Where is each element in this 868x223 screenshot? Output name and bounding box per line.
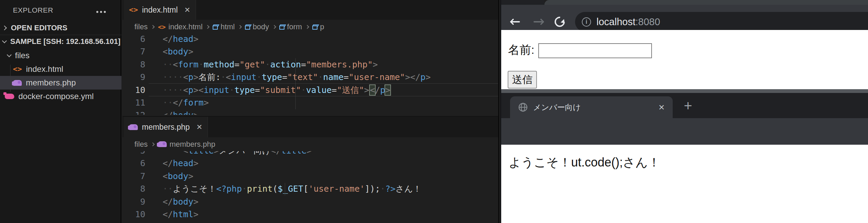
- file-tree: filesindex.htmlmembers.phpdocker-compose…: [0, 49, 121, 103]
- reload-icon[interactable]: [553, 15, 567, 29]
- code-token: >: [203, 98, 209, 108]
- code-token: ··: [163, 60, 173, 69]
- open-editors-section[interactable]: OPEN EDITORS: [0, 21, 121, 34]
- code-token: );: [370, 184, 380, 194]
- breadcrumb-label: html: [220, 22, 235, 31]
- code-token: input: [231, 72, 257, 82]
- close-icon[interactable]: [184, 6, 190, 13]
- breadcrumb-separator-icon: [305, 25, 309, 29]
- code-line-6[interactable]: 6</head>: [122, 157, 498, 170]
- code-editor-members-php[interactable]: 5····<title>メンバー向け</title>6</head>7<body…: [122, 144, 498, 223]
- code-token: <: [226, 72, 231, 82]
- code-token: [: [303, 184, 308, 194]
- code-line-8[interactable]: 8··<form·method="get"·action="members.ph…: [122, 58, 498, 71]
- submit-button[interactable]: 送信: [508, 71, 537, 89]
- code-token: ようこそ！: [173, 184, 216, 194]
- tree-item-docker-compose-yml[interactable]: docker-compose.yml: [0, 90, 121, 103]
- tree-item-index-html[interactable]: index.html: [0, 62, 121, 76]
- code-line-11[interactable]: 11··</form>: [122, 96, 498, 109]
- breadcrumb-label: files: [134, 140, 148, 149]
- code-token: =: [301, 60, 306, 69]
- line-number: 6: [122, 157, 145, 170]
- code-line-12[interactable]: 12</body>: [122, 109, 498, 115]
- vscode-explorer-sidebar: EXPLORER OPEN EDITORS SAMPLE [SSH: 192.1…: [0, 0, 121, 223]
- breadcrumb-label: body: [253, 22, 269, 31]
- code-token: p: [188, 72, 193, 82]
- browser1-page: 名前: 送信: [501, 30, 868, 89]
- breadcrumb-separator-icon: [272, 25, 276, 29]
- code-token: 'user-name': [308, 184, 365, 194]
- breadcrumb-label: members.php: [169, 140, 215, 149]
- code-token: method: [203, 60, 234, 69]
- code-line-9[interactable]: 9····<p>名前:·<input·type="text"·name="use…: [122, 71, 498, 83]
- code-editor-index-html[interactable]: 6</head>7<body>8··<form·method="get"·act…: [122, 33, 498, 115]
- line-number: 8: [122, 182, 145, 195]
- code-token: <: [163, 47, 168, 57]
- php-icon: [158, 141, 167, 147]
- code-token: ··: [163, 184, 173, 194]
- code-line-6[interactable]: 6</head>: [122, 33, 498, 45]
- code-token: >: [188, 171, 193, 181]
- breadcrumb-item[interactable]: p: [312, 22, 324, 31]
- new-tab-icon[interactable]: [681, 99, 695, 114]
- breadcrumb-separator-icon: [238, 25, 242, 29]
- workspace-root-folder[interactable]: SAMPLE [SSH: 192.168.56.101]: [0, 35, 121, 48]
- name-text-input[interactable]: [538, 43, 652, 58]
- breadcrumb-item[interactable]: files: [134, 22, 148, 31]
- code-token: </: [163, 209, 173, 219]
- code-line-10[interactable]: 10</html>: [122, 208, 498, 221]
- code-token: ··: [163, 98, 173, 108]
- breadcrumb-item[interactable]: form: [279, 22, 302, 31]
- browser2-toolbar: localhost:8080/members.php?user-name=ut.…: [500, 118, 868, 145]
- code-line-9[interactable]: 9</body>: [122, 195, 498, 208]
- breadcrumb-item[interactable]: members.php: [158, 140, 215, 149]
- code-token: $_GET: [278, 184, 303, 194]
- code-token: ?>: [385, 184, 395, 194]
- forward-icon[interactable]: [532, 16, 544, 28]
- browser2-tabstrip: メンバー向け: [500, 93, 868, 118]
- browser1-address-bar[interactable]: localhost:8080: [575, 12, 868, 32]
- breadcrumb-label: index.html: [168, 22, 202, 31]
- code-token: print: [247, 184, 273, 194]
- code-token: type: [262, 72, 282, 82]
- close-icon[interactable]: [197, 124, 202, 130]
- back-icon[interactable]: [510, 16, 522, 28]
- cube-icon: [312, 26, 317, 30]
- tab-title: メンバー向け: [533, 102, 653, 113]
- code-token: name: [323, 72, 344, 82]
- breadcrumbs-top: filesindex.htmlhtmlbodyformp: [122, 20, 498, 34]
- tree-item-members-php[interactable]: members.php: [0, 76, 121, 90]
- php-file-icon: [13, 80, 22, 86]
- code-line-7[interactable]: 7<body>: [122, 45, 498, 58]
- line-number: 8: [122, 58, 145, 71]
- close-icon[interactable]: [658, 101, 665, 113]
- tree-item-label: members.php: [26, 78, 76, 87]
- breadcrumb-item[interactable]: files: [134, 140, 148, 149]
- html-file-icon: [13, 65, 22, 73]
- line-number: 9: [122, 71, 145, 83]
- code-token: <: [173, 60, 178, 69]
- window-divider: [500, 89, 868, 93]
- tab-index-html[interactable]: index.html: [124, 0, 196, 20]
- cube-icon: [213, 26, 218, 30]
- line-number: 9: [122, 195, 145, 208]
- code-token: body: [173, 197, 193, 207]
- code-token: p: [421, 72, 426, 82]
- breadcrumb-item[interactable]: index.html: [158, 22, 202, 31]
- explorer-title: EXPLORER: [13, 6, 53, 14]
- code-token: >: [426, 72, 431, 82]
- docker-file-icon: [5, 94, 14, 99]
- browser2-active-tab[interactable]: メンバー向け: [510, 96, 673, 118]
- code-token: さん！: [395, 184, 421, 194]
- browser2-page: ようこそ！ut.code();さん！: [501, 145, 868, 223]
- code-token: </: [163, 158, 173, 168]
- explorer-more-actions-icon[interactable]: [96, 8, 107, 11]
- code-line-8[interactable]: 8··ようこそ！<?php·print($_GET['user-name']);…: [122, 182, 498, 195]
- code-token: =: [234, 60, 240, 69]
- breadcrumb-item[interactable]: body: [245, 22, 269, 31]
- site-info-icon[interactable]: [582, 17, 591, 27]
- tab-members-php[interactable]: members.php: [124, 117, 208, 137]
- breadcrumb-item[interactable]: html: [213, 22, 235, 31]
- code-line-7[interactable]: 7<body>: [122, 170, 498, 182]
- tree-item-files[interactable]: files: [0, 49, 121, 62]
